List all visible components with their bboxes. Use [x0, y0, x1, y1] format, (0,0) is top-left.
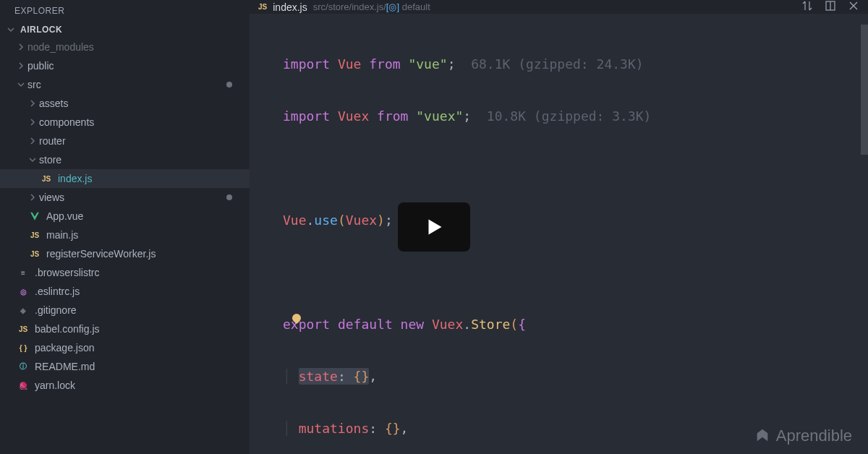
file-tree: node_modulespublicsrcassetscomponentsrou…: [0, 38, 250, 454]
code-editor[interactable]: import Vue from "vue"; 68.1K (gzipped: 2…: [250, 14, 868, 454]
chevron-down-icon: [16, 80, 26, 90]
tree-item-label: registerServiceWorker.js: [46, 248, 156, 260]
js-icon: JS: [39, 175, 54, 183]
tree-item-label: README.md: [35, 361, 95, 372]
tree-item-label: .gitignore: [35, 304, 77, 316]
json-icon: { }: [16, 344, 30, 352]
info-icon: ⓘ: [16, 361, 30, 372]
play-button[interactable]: [398, 202, 470, 252]
close-icon[interactable]: [848, 0, 859, 14]
tab-filename[interactable]: index.js: [273, 1, 307, 13]
split-editor-icon[interactable]: [825, 0, 836, 14]
tree-item-label: router: [39, 135, 66, 147]
tree-file[interactable]: JSindex.js: [0, 169, 250, 188]
tree-folder[interactable]: store: [0, 150, 250, 169]
watermark-logo: Aprendible: [754, 427, 852, 445]
tree-folder[interactable]: src: [0, 75, 250, 94]
eslint-icon: ◎: [16, 288, 30, 296]
tree-file[interactable]: JSregisterServiceWorker.js: [0, 244, 250, 263]
project-name: AIRLOCK: [20, 25, 62, 35]
chevron-right-icon: [27, 117, 38, 127]
tree-file[interactable]: ≡.browserslistrc: [0, 263, 250, 282]
compare-icon[interactable]: [801, 0, 813, 14]
chevron-right-icon: [27, 192, 38, 202]
tree-item-label: main.js: [46, 229, 78, 241]
chevron-right-icon: [16, 42, 26, 52]
tree-folder[interactable]: assets: [0, 94, 250, 113]
js-icon: JS: [258, 3, 267, 11]
tree-file[interactable]: ◆.gitignore: [0, 301, 250, 320]
chevron-down-icon: [27, 155, 38, 165]
modified-indicator: [226, 82, 232, 87]
tree-item-label: assets: [39, 98, 68, 109]
explorer-sidebar: EXPLORER AIRLOCK node_modulespublicsrcas…: [0, 0, 250, 454]
tree-file[interactable]: JSbabel.config.js: [0, 320, 250, 338]
file-icon: ≡: [16, 269, 30, 277]
tree-item-label: src: [27, 79, 41, 90]
explorer-title: EXPLORER: [0, 0, 250, 22]
tree-folder[interactable]: router: [0, 132, 250, 150]
chevron-right-icon: [27, 136, 38, 146]
editor-pane: JS index.js src/store/index.js/[◎] defau…: [250, 0, 868, 454]
scrollbar[interactable]: [861, 25, 868, 454]
tree-file[interactable]: ◎.eslintrc.js: [0, 282, 250, 301]
tree-item-label: views: [39, 192, 64, 203]
tree-item-label: .eslintrc.js: [35, 286, 80, 297]
tree-item-label: node_modules: [27, 41, 94, 53]
breadcrumb[interactable]: src/store/index.js/[◎] default: [313, 1, 430, 12]
tree-file[interactable]: JSmain.js: [0, 226, 250, 244]
scrollbar-thumb[interactable]: [861, 25, 868, 155]
project-header[interactable]: AIRLOCK: [0, 22, 250, 38]
tree-file[interactable]: { }package.json: [0, 338, 250, 357]
tree-folder[interactable]: public: [0, 56, 250, 75]
tree-item-label: package.json: [35, 342, 95, 354]
tree-item-label: public: [27, 60, 54, 72]
chevron-right-icon: [27, 98, 38, 108]
tree-file[interactable]: ⓘREADME.md: [0, 357, 250, 376]
vue-icon: [27, 211, 42, 221]
git-icon: ◆: [16, 307, 30, 314]
tree-item-label: index.js: [58, 173, 92, 184]
yarn-icon: 🧶: [16, 382, 30, 390]
tree-item-label: App.vue: [46, 210, 83, 222]
tree-item-label: store: [39, 154, 61, 166]
tree-item-label: yarn.lock: [35, 380, 75, 391]
js-icon: JS: [16, 325, 30, 333]
tree-folder[interactable]: node_modules: [0, 38, 250, 56]
tree-file[interactable]: App.vue: [0, 207, 250, 226]
chevron-right-icon: [16, 61, 26, 71]
chevron-down-icon: [6, 25, 16, 35]
js-icon: JS: [27, 250, 42, 258]
js-icon: JS: [27, 231, 42, 239]
tree-item-label: components: [39, 116, 94, 128]
tree-folder[interactable]: components: [0, 113, 250, 132]
tree-file[interactable]: 🧶yarn.lock: [0, 376, 250, 395]
tree-item-label: babel.config.js: [35, 323, 100, 335]
tab-bar: JS index.js src/store/index.js/[◎] defau…: [250, 0, 868, 14]
modified-indicator: [226, 194, 232, 200]
tree-folder[interactable]: views: [0, 188, 250, 207]
tree-item-label: .browserslistrc: [35, 267, 99, 278]
